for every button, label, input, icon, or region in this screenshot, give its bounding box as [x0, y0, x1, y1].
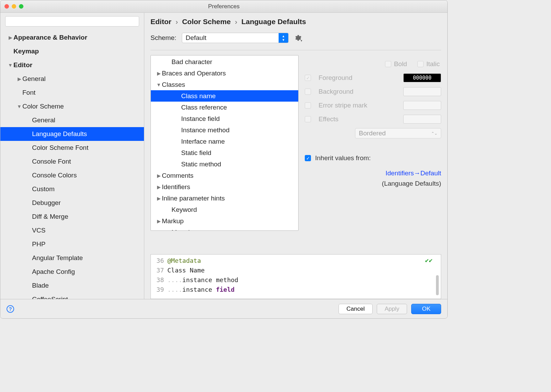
italic-checkbox[interactable] — [417, 61, 424, 67]
effects-type-select[interactable]: Bordered ⌃⌄ — [355, 128, 441, 138]
error-stripe-swatch[interactable] — [403, 101, 441, 110]
background-swatch[interactable] — [403, 87, 441, 96]
tree-item[interactable]: Keyword — [151, 204, 298, 215]
ok-button[interactable]: OK — [411, 304, 441, 314]
scrollbar[interactable] — [436, 275, 439, 295]
titlebar: Preferences — [0, 0, 447, 13]
tree-item[interactable]: ▶Markup — [151, 215, 298, 227]
background-checkbox[interactable] — [305, 89, 311, 95]
code-area[interactable]: @Metadata Class Name ....instance method… — [166, 255, 441, 295]
sidebar-item[interactable]: VCS — [0, 224, 144, 237]
sidebar-item-label: Diff & Merge — [32, 213, 68, 220]
tree-item[interactable]: ▼Classes — [151, 79, 298, 90]
scheme-select[interactable]: Default ▲▼ — [182, 33, 289, 43]
foreground-label: Foreground — [319, 74, 399, 82]
sidebar-item-label: Editor — [13, 61, 32, 69]
sidebar-item[interactable]: Language Defaults — [0, 127, 144, 141]
scheme-actions-button[interactable]: ▾ — [294, 34, 302, 42]
tree-item-label: Markup — [162, 217, 184, 225]
sidebar-item[interactable]: Font — [0, 86, 144, 100]
tree-item-label: Bad character — [171, 58, 212, 66]
tree-item[interactable]: Static method — [151, 158, 298, 170]
breadcrumb-editor[interactable]: Editor — [150, 18, 171, 26]
nav-tree[interactable]: ▶Appearance & BehaviorKeymap▼Editor▶Gene… — [0, 29, 144, 299]
sidebar-item[interactable]: CoffeeScript — [0, 292, 144, 299]
sidebar-item-label: Angular Template — [32, 254, 83, 262]
sidebar-item-label: Blade — [32, 282, 49, 289]
footer: ? Cancel Apply OK — [0, 299, 447, 318]
sidebar-item-label: Debugger — [32, 199, 61, 207]
scheme-row: Scheme: Default ▲▼ ▾ — [150, 33, 441, 43]
effects-swatch[interactable] — [403, 115, 441, 124]
inspection-ok-icon[interactable]: ✔✔ — [425, 257, 433, 264]
tree-item[interactable]: ▶Braces and Operators — [151, 68, 298, 79]
tree-item[interactable]: Instance field — [151, 113, 298, 124]
tree-item[interactable]: Static field — [151, 147, 298, 158]
tree-item[interactable]: ▶Identifiers — [151, 181, 298, 193]
sidebar-item-label: Custom — [32, 185, 54, 193]
inherit-label: Inherit values from: — [315, 154, 371, 162]
tree-item[interactable]: Class reference — [151, 102, 298, 113]
breadcrumb-color-scheme[interactable]: Color Scheme — [182, 18, 231, 26]
window-controls — [4, 4, 23, 9]
chevron-right-icon: ▶ — [156, 71, 162, 76]
separator — [150, 50, 441, 50]
sidebar-item[interactable]: Console Colors — [0, 168, 144, 182]
error-stripe-checkbox[interactable] — [305, 102, 311, 109]
foreground-swatch[interactable]: 000000 — [403, 73, 441, 82]
inherit-checkbox[interactable]: ✓ — [305, 155, 311, 161]
sidebar-item[interactable]: ▶General — [0, 72, 144, 86]
attribute-properties: Bold Italic ✓ Foreground 000000 Backgrou… — [305, 55, 441, 250]
sidebar-item[interactable]: Angular Template — [0, 251, 144, 265]
tree-item-label: Metadata — [171, 229, 199, 231]
tree-item[interactable]: Class name — [151, 90, 298, 102]
effects-checkbox[interactable] — [305, 116, 311, 122]
cancel-button[interactable]: Cancel — [339, 304, 373, 314]
sidebar-item[interactable]: PHP — [0, 237, 144, 251]
sidebar-item[interactable]: ▼Color Scheme — [0, 100, 144, 113]
scheme-value: Default — [186, 34, 206, 42]
sidebar-item[interactable]: ▼Editor — [0, 58, 144, 72]
apply-button[interactable]: Apply — [377, 304, 407, 314]
tree-item[interactable]: Metadata — [151, 227, 298, 231]
close-window-icon[interactable] — [4, 4, 9, 9]
bold-checkbox[interactable] — [385, 61, 391, 67]
attributes-tree[interactable]: Bad character▶Braces and Operators▼Class… — [150, 55, 299, 231]
chevron-right-icon: ▶ — [156, 196, 162, 201]
sidebar-item[interactable]: Color Scheme Font — [0, 141, 144, 155]
help-button[interactable]: ? — [7, 305, 14, 313]
sidebar-item-label: Appearance & Behavior — [13, 34, 87, 41]
sidebar-item[interactable]: Apache Config — [0, 265, 144, 279]
tree-item-label: Classes — [162, 81, 185, 89]
sidebar-item[interactable]: Custom — [0, 182, 144, 196]
sidebar-item-label: Color Scheme — [22, 103, 64, 110]
background-label: Background — [319, 88, 399, 95]
sidebar-item[interactable]: ▶Appearance & Behavior — [0, 31, 144, 44]
sidebar-item[interactable]: Diff & Merge — [0, 210, 144, 224]
tree-item-label: Interface name — [181, 138, 225, 145]
sidebar-item-label: Apache Config — [32, 268, 75, 276]
sidebar: ▶Appearance & BehaviorKeymap▼Editor▶Gene… — [0, 13, 144, 299]
sidebar-item[interactable]: Debugger — [0, 196, 144, 210]
tree-item[interactable]: Instance method — [151, 124, 298, 136]
tree-item[interactable]: Interface name — [151, 136, 298, 147]
tree-item[interactable]: ▶Inline parameter hints — [151, 193, 298, 204]
minimize-window-icon[interactable] — [12, 4, 16, 9]
tree-item[interactable]: ▶Comments — [151, 170, 298, 181]
search-input[interactable] — [5, 16, 139, 27]
tree-item-label: Instance field — [181, 115, 220, 123]
tree-item[interactable]: Bad character — [151, 56, 298, 68]
zoom-window-icon[interactable] — [19, 4, 23, 9]
sidebar-item[interactable]: General — [0, 113, 144, 127]
sidebar-item[interactable]: Keymap — [0, 44, 144, 58]
dropdown-arrow-icon: ▾ — [301, 39, 302, 42]
effects-type-value: Bordered — [359, 130, 386, 137]
tree-item-label: Braces and Operators — [162, 70, 226, 77]
sidebar-item[interactable]: Console Font — [0, 155, 144, 168]
chevron-down-icon: ▼ — [7, 62, 13, 68]
sidebar-item[interactable]: Blade — [0, 279, 144, 292]
inherit-link[interactable]: Identifiers→Default — [385, 169, 441, 177]
main-panel: Editor › Color Scheme › Language Default… — [144, 13, 447, 299]
window-title: Preferences — [0, 3, 447, 10]
foreground-checkbox[interactable]: ✓ — [305, 75, 311, 81]
